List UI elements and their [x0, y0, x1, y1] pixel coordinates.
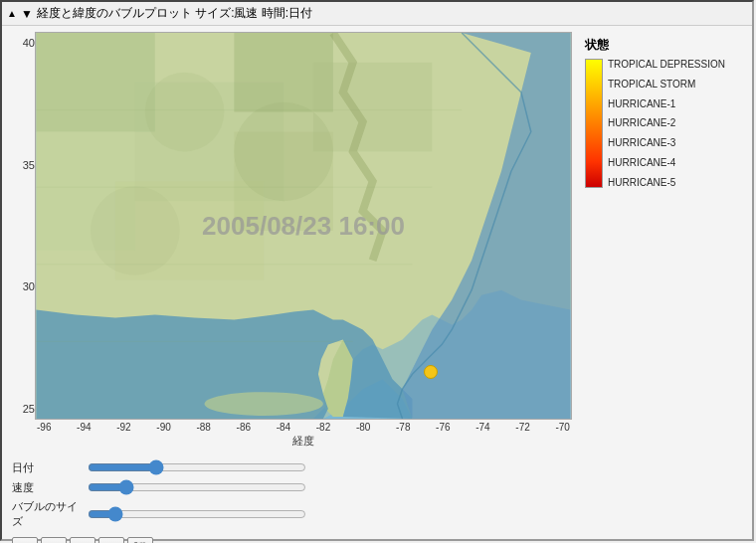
legend-hurricane-2: HURRICANE-2 [608, 117, 725, 128]
svg-point-9 [145, 73, 225, 152]
rewind-button[interactable]: ⏮ [12, 537, 38, 543]
x-tick--80: -80 [356, 422, 370, 433]
svg-point-10 [234, 102, 332, 201]
legend-title: 状態 [585, 37, 744, 54]
legend-hurricane-4: HURRICANE-4 [608, 157, 725, 168]
legend-panel: 状態 TROPICAL DEPRESSION TROPICAL STORM HU… [580, 32, 749, 449]
panel-title: 経度と緯度のバブルプロット サイズ:風速 時間:日付 [37, 5, 312, 22]
collapse-icon[interactable]: ▲ [7, 8, 17, 19]
x-tick--88: -88 [196, 422, 210, 433]
x-tick--76: -76 [436, 422, 450, 433]
legend-color-bar [585, 59, 603, 188]
x-tick--70: -70 [555, 422, 569, 433]
date-slider-row: 日付 [12, 459, 742, 475]
legend-tropical-storm: TROPICAL STORM [608, 79, 725, 90]
main-panel: ▲ ▼ 経度と緯度のバブルプロット サイズ:風速 時間:日付 40 35 30 … [0, 0, 754, 541]
speed-slider-label: 速度 [12, 480, 82, 495]
legend-hurricane-3: HURRICANE-3 [608, 137, 725, 148]
legend-labels: TROPICAL DEPRESSION TROPICAL STORM HURRI… [608, 59, 725, 188]
x-axis-title: 経度 [35, 434, 572, 449]
playback-buttons: ⏮ ▶ ⏭ ⏹ 💾 [12, 537, 742, 543]
x-tick--82: -82 [316, 422, 330, 433]
y-axis-labels: 40 35 30 25 [10, 32, 35, 420]
x-tick--96: -96 [37, 422, 51, 433]
x-tick--84: -84 [277, 422, 290, 433]
svg-point-11 [91, 186, 180, 275]
y-tick-30: 30 [10, 280, 35, 292]
x-tick--86: -86 [237, 422, 251, 433]
map-container: 2005/08/23 16:00 [35, 32, 572, 420]
size-slider-row: バブルのサイズ [12, 499, 742, 529]
speed-slider[interactable] [88, 479, 306, 495]
size-slider-label: バブルのサイズ [12, 499, 82, 529]
save-button[interactable]: 💾 [127, 537, 153, 543]
x-tick--78: -78 [396, 422, 410, 433]
terrain-map [36, 33, 571, 419]
fast-forward-button[interactable]: ⏭ [70, 537, 95, 543]
speed-slider-row: 速度 [12, 479, 742, 495]
controls-area: 日付 速度 バブルのサイズ ⏮ ▶ ⏭ ⏹ 💾 [2, 454, 752, 543]
stop-button[interactable]: ⏹ [98, 537, 124, 543]
map-wrapper: 40 35 30 25 [10, 32, 572, 449]
dropdown-icon[interactable]: ▼ [21, 7, 33, 21]
storm-bubble [424, 365, 438, 379]
legend-hurricane-1: HURRICANE-1 [608, 98, 725, 109]
panel-header: ▲ ▼ 経度と緯度のバブルプロット サイズ:風速 時間:日付 [2, 2, 752, 26]
x-tick--72: -72 [515, 422, 529, 433]
y-tick-40: 40 [10, 37, 35, 49]
x-tick--92: -92 [116, 422, 130, 433]
svg-point-8 [205, 392, 323, 416]
legend-hurricane-5: HURRICANE-5 [608, 177, 725, 188]
play-button[interactable]: ▶ [41, 537, 67, 543]
x-tick--90: -90 [156, 422, 170, 433]
legend-tropical-depression: TROPICAL DEPRESSION [608, 59, 725, 70]
x-tick--74: -74 [475, 422, 489, 433]
x-tick--94: -94 [77, 422, 91, 433]
date-slider[interactable] [88, 459, 306, 475]
y-tick-35: 35 [10, 159, 35, 171]
x-axis-labels: -96 -94 -92 -90 -88 -86 -84 -82 -80 -78 … [35, 422, 572, 433]
y-tick-25: 25 [10, 403, 35, 415]
date-slider-label: 日付 [12, 460, 82, 475]
size-slider[interactable] [88, 506, 306, 522]
legend-items: TROPICAL DEPRESSION TROPICAL STORM HURRI… [585, 59, 744, 188]
